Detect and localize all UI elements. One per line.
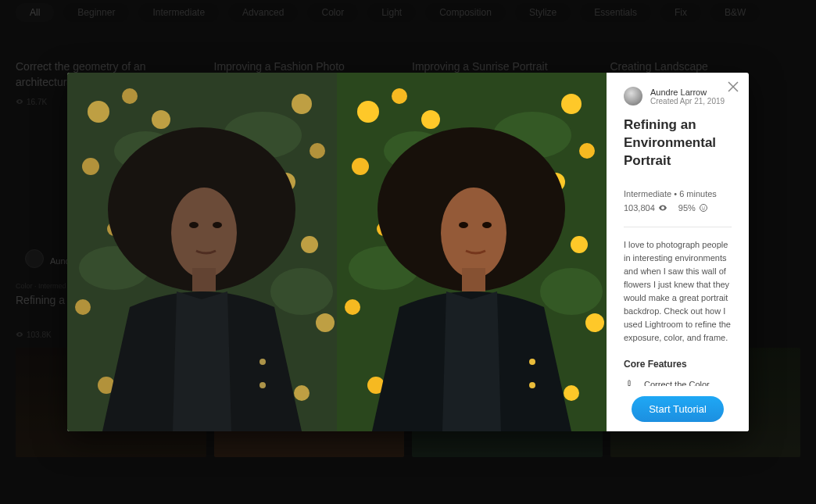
svg-point-23 xyxy=(259,359,266,365)
svg-point-52 xyxy=(704,206,705,207)
modal-footer: Start Tutorial xyxy=(607,386,749,431)
eye-icon xyxy=(658,203,667,213)
svg-point-13 xyxy=(294,385,310,401)
after-image xyxy=(337,73,607,431)
svg-point-51 xyxy=(702,206,703,207)
start-tutorial-button[interactable]: Start Tutorial xyxy=(632,396,724,422)
svg-point-4 xyxy=(82,158,99,175)
svg-point-10 xyxy=(75,299,91,315)
svg-point-50 xyxy=(700,204,707,211)
before-image xyxy=(67,73,337,431)
duration-label: 6 minutes xyxy=(679,189,717,198)
svg-point-5 xyxy=(292,94,312,114)
level-label: Intermediate xyxy=(624,189,671,198)
svg-point-6 xyxy=(310,143,325,159)
tutorial-title: Refining an Environmental Portrait xyxy=(624,116,732,170)
svg-point-31 xyxy=(579,143,595,159)
svg-rect-47 xyxy=(462,268,485,291)
modal-preview-image xyxy=(67,73,607,431)
svg-point-49 xyxy=(529,382,535,388)
svg-point-30 xyxy=(561,94,582,114)
svg-point-21 xyxy=(213,222,222,228)
svg-point-19 xyxy=(171,188,237,278)
stats-line: 103,804 95% xyxy=(624,203,732,213)
svg-point-42 xyxy=(540,268,603,315)
svg-point-38 xyxy=(564,385,579,401)
author-avatar xyxy=(624,87,642,105)
smile-icon xyxy=(699,203,708,213)
svg-point-35 xyxy=(345,299,360,315)
svg-point-29 xyxy=(352,158,369,175)
svg-point-36 xyxy=(585,313,604,332)
svg-point-1 xyxy=(88,101,109,123)
svg-point-48 xyxy=(529,359,535,365)
svg-point-44 xyxy=(441,188,506,278)
svg-point-34 xyxy=(571,236,588,253)
svg-point-11 xyxy=(316,313,335,332)
svg-point-20 xyxy=(189,222,199,228)
svg-rect-53 xyxy=(628,381,630,386)
svg-point-3 xyxy=(152,110,170,129)
author-row: Aundre Larrow Created Apr 21, 2019 xyxy=(624,87,732,105)
svg-point-24 xyxy=(259,382,266,388)
svg-point-17 xyxy=(270,268,333,315)
svg-point-9 xyxy=(301,236,318,253)
close-button[interactable] xyxy=(727,80,739,93)
svg-point-45 xyxy=(459,222,468,228)
svg-point-46 xyxy=(482,222,492,228)
views-count: 103,804 xyxy=(624,203,655,213)
svg-point-27 xyxy=(392,88,407,104)
svg-point-26 xyxy=(357,101,379,123)
svg-point-28 xyxy=(421,110,440,129)
core-features-label: Core Features xyxy=(624,359,732,370)
svg-point-2 xyxy=(122,88,138,104)
modal-side-panel: Aundre Larrow Created Apr 21, 2019 Refin… xyxy=(607,73,749,431)
modal-content-scroll[interactable]: Aundre Larrow Created Apr 21, 2019 Refin… xyxy=(607,73,749,394)
tutorial-detail-modal: Aundre Larrow Created Apr 21, 2019 Refin… xyxy=(67,73,749,431)
rating-percent: 95% xyxy=(678,203,696,213)
created-date: Created Apr 21, 2019 xyxy=(650,97,725,105)
close-icon xyxy=(727,80,739,93)
level-duration: Intermediate • 6 minutes xyxy=(624,189,732,198)
author-name: Aundre Larrow xyxy=(650,88,725,97)
tutorial-description: I love to photograph people in interesti… xyxy=(624,238,732,345)
divider xyxy=(624,227,732,227)
svg-rect-22 xyxy=(192,268,216,291)
